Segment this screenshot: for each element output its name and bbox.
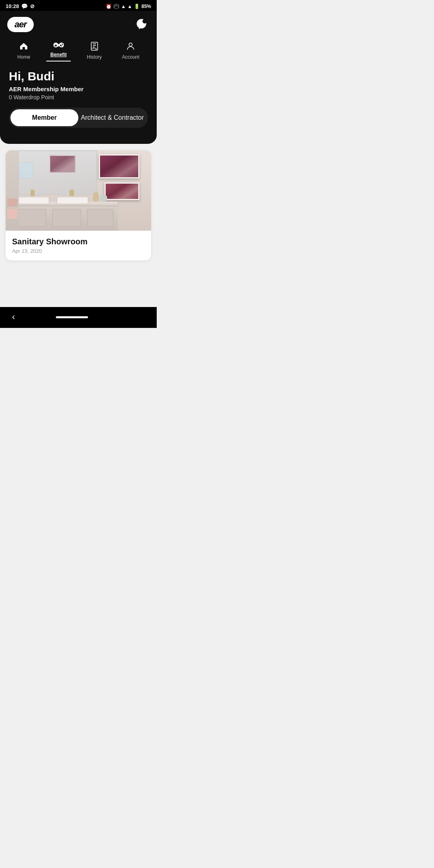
header-top: aer bbox=[7, 16, 149, 33]
card-date: Apr 13, 2020 bbox=[12, 248, 145, 254]
tab-member[interactable]: Member bbox=[10, 109, 78, 126]
nav-benefit-label: Benefit bbox=[50, 52, 67, 57]
chat-icon[interactable] bbox=[133, 16, 149, 33]
alarm-icon: ⏰ bbox=[106, 4, 112, 9]
card-image bbox=[6, 150, 151, 231]
whatsapp-icon: 💬 bbox=[21, 3, 28, 9]
do-not-disturb-icon: ⊘ bbox=[30, 3, 35, 9]
battery-percent: 85% bbox=[141, 4, 151, 9]
aer-logo[interactable]: aer bbox=[7, 17, 34, 32]
tab-contractor[interactable]: Architect & Contractor bbox=[78, 109, 146, 126]
signal-icon: ▲ bbox=[127, 4, 132, 9]
wifi-icon: ▲ bbox=[121, 4, 126, 9]
nav-benefit[interactable]: Benefit bbox=[46, 40, 71, 61]
nav-home[interactable]: Home bbox=[13, 40, 34, 61]
svg-point-3 bbox=[143, 19, 147, 23]
vibrate-icon: 📳 bbox=[113, 4, 119, 9]
battery-icon: 🔋 bbox=[134, 4, 140, 9]
aer-logo-text: aer bbox=[14, 19, 27, 30]
bathroom-scene bbox=[6, 150, 151, 231]
header-section: aer Home bbox=[0, 11, 157, 144]
status-left: 10:28 💬 ⊘ bbox=[6, 3, 35, 9]
history-icon bbox=[90, 41, 99, 53]
nav-account-label: Account bbox=[122, 54, 139, 60]
account-icon bbox=[126, 41, 135, 53]
svg-point-7 bbox=[129, 43, 132, 46]
nav-history-label: History bbox=[87, 54, 102, 60]
card-body: Sanitary Showroom Apr 13, 2020 bbox=[6, 231, 151, 260]
benefit-icon bbox=[53, 41, 64, 50]
user-info: Hi, Budi AER Membership Member 0 Waterdr… bbox=[7, 70, 149, 144]
status-bar: 10:28 💬 ⊘ ⏰ 📳 ▲ ▲ 🔋 85% bbox=[0, 0, 157, 11]
nav-bar: Home Benefit bbox=[7, 40, 149, 61]
time: 10:28 bbox=[6, 3, 19, 9]
membership-label: AER Membership Member bbox=[9, 86, 148, 92]
nav-home-label: Home bbox=[17, 54, 30, 60]
home-icon bbox=[19, 41, 29, 53]
nav-history[interactable]: History bbox=[83, 40, 106, 61]
status-right: ⏰ 📳 ▲ ▲ 🔋 85% bbox=[106, 4, 151, 9]
member-tabs: Member Architect & Contractor bbox=[9, 108, 148, 128]
greeting: Hi, Budi bbox=[9, 70, 148, 83]
home-indicator[interactable] bbox=[56, 316, 88, 318]
back-button[interactable]: ‹ bbox=[12, 312, 15, 322]
card-title: Sanitary Showroom bbox=[12, 237, 145, 246]
bottom-bar: ‹ bbox=[0, 307, 157, 328]
main-content: Sanitary Showroom Apr 13, 2020 bbox=[0, 144, 157, 267]
showroom-card[interactable]: Sanitary Showroom Apr 13, 2020 bbox=[6, 150, 151, 260]
nav-account[interactable]: Account bbox=[118, 40, 143, 61]
points-label: 0 Waterdrop Point bbox=[9, 94, 148, 100]
